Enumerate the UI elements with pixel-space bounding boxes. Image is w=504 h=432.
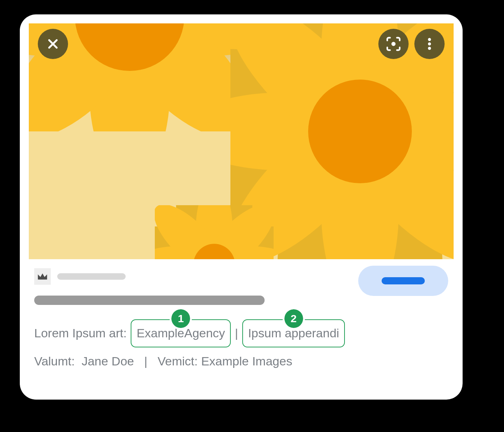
save-button-label-placeholder [382,277,425,284]
crown-icon [36,270,49,283]
lens-icon [385,36,402,52]
credit-separator-2: | [144,354,148,368]
svg-point-45 [428,42,431,45]
more-button[interactable] [414,29,445,59]
credit-prefix: Lorem Ipsum art: [34,326,127,340]
copyright-value: Example Images [201,354,292,368]
more-vert-icon [422,36,437,51]
image-title-placeholder [34,296,265,305]
svg-point-46 [428,47,431,50]
save-button[interactable] [358,266,448,296]
image-credits: Lorem Ipsum art: 1 ExampleAgency | 2 Ips… [20,319,463,373]
source-favicon [34,268,51,285]
callout-credit: 2 Ipsum apperandi [242,319,345,347]
lens-button[interactable] [378,29,409,59]
image-viewer-card: Lorem Ipsum art: 1 ExampleAgency | 2 Ips… [20,14,463,400]
hero-image [29,23,454,259]
credit-line-2: Valumt: Jane Doe | Vemict: Example Image… [34,350,448,373]
credit-line-1: Lorem Ipsum art: 1 ExampleAgency | 2 Ips… [34,319,448,347]
svg-point-43 [391,42,396,46]
copyright-label: Vemict: [158,354,198,368]
callout-badge-1: 1 [171,309,190,328]
svg-point-44 [428,38,431,41]
credit-separator: | [235,326,238,340]
callout-licensor: 1 ExampleAgency [131,319,231,347]
illustration-flower-3 [155,205,274,259]
source-name-placeholder [57,273,126,280]
image-meta-strip [20,259,463,305]
creator-label: Valumt: [34,354,75,368]
callout-badge-2: 2 [284,309,303,328]
creator-value: Jane Doe [82,354,134,368]
svg-point-25 [308,80,412,183]
close-button[interactable] [38,29,68,59]
close-icon [45,36,60,51]
